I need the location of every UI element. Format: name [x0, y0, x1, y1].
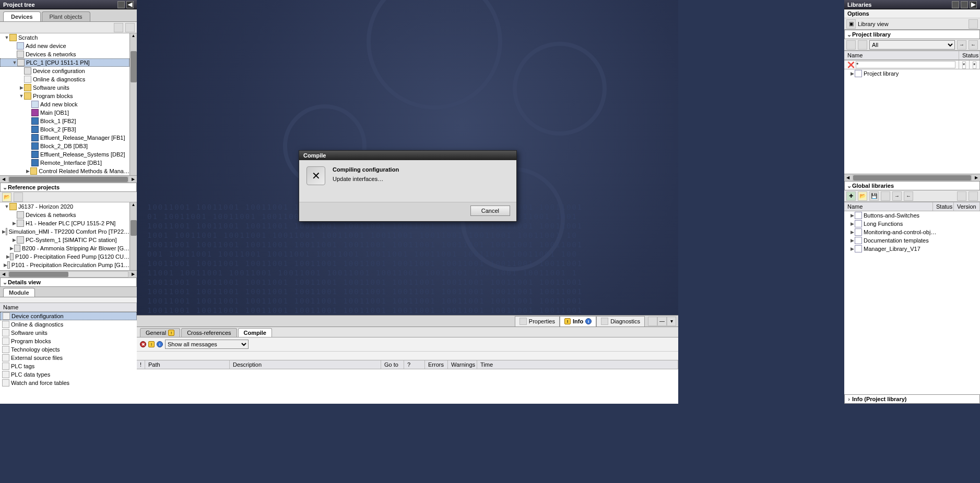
subtab-cross-references[interactable]: Cross-references: [181, 328, 237, 337]
list-item[interactable]: Device configuration: [0, 312, 137, 320]
col-goto[interactable]: Go to: [381, 360, 404, 369]
col-warnings[interactable]: Warnings: [448, 360, 477, 369]
collapse-right-icon[interactable]: ▶: [970, 1, 977, 8]
tab-module[interactable]: Module: [3, 288, 35, 297]
expander-icon[interactable]: ▼: [4, 204, 9, 209]
expander-icon[interactable]: ▶: [849, 246, 855, 251]
tree-row[interactable]: Add new block: [0, 100, 129, 108]
tree-row[interactable]: ▶PC-System_1 [SIMATIC PC station]: [0, 236, 129, 244]
globallib-btn-8[interactable]: [969, 191, 978, 201]
toolbar-btn-1[interactable]: [114, 23, 123, 32]
tree-row[interactable]: ▶Simulation_HMI - TP2200 Comfort Pro [TP…: [0, 227, 129, 236]
col-description[interactable]: Description: [230, 360, 381, 369]
globallib-col-version[interactable]: Version: [954, 202, 980, 211]
ref-scrollbar-h[interactable]: ◀▶: [0, 270, 137, 277]
tree-row[interactable]: ▶H1 - Header PLC [CPU 1515-2 PN]: [0, 219, 129, 227]
info-filter-icon[interactable]: i: [157, 341, 163, 347]
global-libraries-header[interactable]: ⌄ Global libraries: [844, 181, 980, 190]
libview-icon[interactable]: ▣: [846, 19, 856, 29]
expander-icon[interactable]: ▼: [4, 35, 9, 40]
tree-row[interactable]: ▼J6137 - Horizon 2020: [0, 202, 129, 211]
col-bang[interactable]: !: [137, 360, 145, 369]
expander-icon[interactable]: ▼: [12, 60, 17, 65]
expander-icon[interactable]: ▼: [19, 93, 24, 99]
globallib-btn-7[interactable]: [957, 191, 966, 201]
cancel-button[interactable]: Cancel: [470, 206, 510, 216]
tab-plant-objects[interactable]: Plant objects: [42, 11, 90, 21]
tree-row[interactable]: ▶P100 - Precipitation Feed Pump [G120 CU…: [0, 252, 129, 261]
panel-down-icon[interactable]: ▾: [667, 317, 676, 326]
tree-row[interactable]: ▶Control Related Methods & Mana…: [0, 167, 129, 175]
globallib-btn-6[interactable]: ←: [904, 191, 913, 201]
tree-row[interactable]: ▼Scratch: [0, 33, 129, 42]
list-item[interactable]: Online & diagnostics: [0, 320, 137, 329]
projlib-scroll-h[interactable]: ◀▶: [844, 174, 980, 181]
tree-row[interactable]: ▼PLC_1 [CPU 1511-1 PN]: [0, 58, 129, 67]
tree-row[interactable]: Effluent_Release_Systems [DB2]: [0, 150, 129, 159]
subtab-general[interactable]: General !: [140, 328, 180, 337]
globallib-new-icon[interactable]: ✚: [846, 191, 856, 201]
expander-icon[interactable]: ▶: [25, 168, 30, 174]
toolbar-btn-2[interactable]: [125, 23, 135, 32]
list-item[interactable]: Software units: [0, 329, 137, 337]
projlib-name-filter[interactable]: [856, 61, 955, 68]
projlib-btn-4[interactable]: ←: [969, 40, 978, 50]
ref-close-icon[interactable]: [14, 192, 23, 202]
libview-expand-icon[interactable]: [969, 19, 978, 29]
panel-min-icon[interactable]: —: [657, 317, 667, 326]
tab-devices[interactable]: Devices: [3, 11, 41, 21]
reference-projects-header[interactable]: ⌄ Reference projects: [0, 183, 137, 192]
tree-row[interactable]: Add new device: [0, 42, 129, 50]
expander-icon[interactable]: ▶: [849, 221, 855, 226]
tab-info[interactable]: ! Info i: [560, 316, 596, 327]
errors-filter-icon[interactable]: ✖: [140, 341, 146, 347]
tree-row[interactable]: Device configuration: [0, 67, 129, 75]
globallib-btn-4[interactable]: [881, 191, 890, 201]
list-item[interactable]: External source files: [0, 354, 137, 362]
globallib-col-status[interactable]: Status: [933, 202, 954, 211]
tab-properties[interactable]: Properties: [515, 316, 560, 327]
list-item[interactable]: ▶Documentation templates: [844, 236, 980, 245]
col-errors[interactable]: Errors: [425, 360, 448, 369]
list-item[interactable]: ▶Manager_Library_V17: [844, 245, 980, 253]
expander-icon[interactable]: ▶: [849, 213, 855, 218]
list-item[interactable]: Technology objects: [0, 345, 137, 354]
globallib-save-icon[interactable]: 💾: [869, 191, 879, 201]
tree-row[interactable]: ▶B200 - Ammonia Stripping Air Blower [G…: [0, 244, 129, 252]
projlib-status-filter-2[interactable]: [973, 62, 976, 69]
expander-icon[interactable]: ▶: [19, 85, 24, 90]
tree-row[interactable]: Effluent_Release_Manager [FB1]: [0, 134, 129, 142]
col-time[interactable]: Time: [477, 360, 678, 369]
message-filter-select[interactable]: Show all messages: [165, 340, 249, 349]
panel-layout-icon[interactable]: [648, 317, 657, 326]
project-library-header[interactable]: ⌄ Project library: [844, 30, 980, 39]
expander-icon[interactable]: ▶: [11, 237, 17, 243]
col-q[interactable]: ?: [404, 360, 425, 369]
tree-row[interactable]: Block_2 [FB3]: [0, 125, 129, 134]
info-projlib-footer[interactable]: › Info (Project library): [844, 394, 980, 404]
tab-diagnostics[interactable]: Diagnostics: [596, 316, 645, 327]
col-path[interactable]: Path: [145, 360, 230, 369]
tree-row[interactable]: Devices & networks: [0, 211, 129, 219]
tree-row[interactable]: Block_2_DB [DB3]: [0, 142, 129, 150]
lib-restore-icon[interactable]: [961, 1, 968, 8]
list-item[interactable]: ▶Long Functions: [844, 220, 980, 228]
expander-icon[interactable]: ▶: [11, 221, 17, 226]
projlib-btn-1[interactable]: [846, 40, 856, 50]
list-item[interactable]: ▶ Project library: [844, 69, 980, 78]
projlib-col-name[interactable]: Name: [844, 51, 959, 59]
expander-icon[interactable]: ▶: [849, 230, 855, 235]
tree-row[interactable]: Main [OB1]: [0, 108, 129, 117]
projlib-btn-2[interactable]: [858, 40, 867, 50]
dock-icon[interactable]: [117, 1, 125, 8]
warnings-filter-icon[interactable]: !: [148, 341, 155, 347]
list-item[interactable]: ▶Monitoring-and-control-obj…: [844, 228, 980, 236]
tree-scrollbar-v[interactable]: ▲: [129, 33, 137, 175]
tree-row[interactable]: ▶P101 - Precipitation Recirculation Pump…: [0, 261, 129, 269]
projlib-status-filter-1[interactable]: [962, 62, 966, 69]
list-item[interactable]: PLC data types: [0, 370, 137, 379]
globallib-btn-5[interactable]: →: [892, 191, 902, 201]
expander-icon[interactable]: ▶: [2, 229, 6, 234]
subtab-compile[interactable]: Compile: [238, 328, 272, 337]
list-item[interactable]: Watch and force tables: [0, 379, 137, 387]
